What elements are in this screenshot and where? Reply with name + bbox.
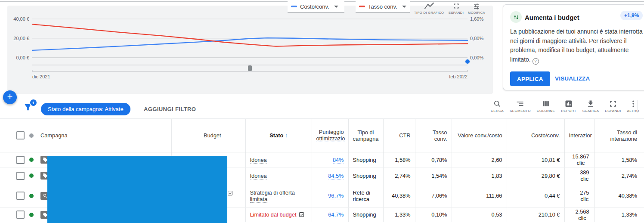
x-axis-end-label: feb 2022 (446, 74, 468, 79)
add-campaign-fab[interactable]: + (3, 90, 17, 104)
cell-interazioni: 2.568clic (564, 208, 594, 222)
cell-stato: Idonea (245, 167, 312, 184)
insight-card-title: Aumenta i budget (525, 14, 579, 21)
view-button[interactable]: VISUALIZZA (552, 75, 593, 82)
header-budget[interactable]: Budget (171, 119, 245, 152)
cell-valore: 1,83 (452, 167, 507, 184)
header-campagna[interactable]: Campagna (0, 119, 171, 152)
toolbar-label: ESPANDI (605, 109, 621, 113)
chart-modify-button[interactable]: MODIFICA (468, 3, 485, 15)
search-campaign-icon (43, 193, 48, 198)
cell-tasso-conv: 1,54% (415, 167, 452, 184)
help-icon[interactable]: ? (533, 58, 539, 65)
toolbar-label: REPORT (561, 109, 576, 113)
chart-type-button[interactable]: TIPO DI GRAFICO (414, 3, 444, 15)
active-filter-chip[interactable]: Stato della campagna: Attivate (41, 103, 130, 115)
header-tasso-conv[interactable]: Tasso conv. (415, 119, 452, 152)
table-toolbar: CERCA SEGMENTO COLONNE REPORT SCARICA ES… (488, 99, 642, 113)
cell-stato: Idonea (245, 152, 312, 167)
header-costo-conv[interactable]: Costo/conv. (507, 119, 564, 152)
cell-costo-conv: 29,80 € (507, 167, 564, 184)
status-dot-active (29, 158, 34, 162)
header-valore-conv-costo[interactable]: Valore conv./costo (452, 119, 507, 152)
expand-icon (609, 99, 617, 108)
header-stato[interactable]: Stato ↑ (245, 119, 312, 152)
y-left-tick-0: 0,00 € (6, 55, 29, 60)
optimization-score-link[interactable]: 84,5% (328, 173, 344, 180)
cell-punteggio: 64,7% (312, 208, 348, 222)
filter-count-badge: 1 (29, 99, 37, 107)
apply-button[interactable]: APPLICA (510, 71, 550, 86)
shopping-tag-icon (43, 173, 48, 178)
tasso-conv-swatch (359, 6, 365, 7)
status-dot-active (29, 213, 34, 217)
report-icon (564, 99, 573, 108)
scrubber-handle[interactable] (248, 65, 252, 71)
status-dot-header (29, 133, 34, 138)
metric-selector-label: Tasso conv. (368, 3, 397, 10)
header-tipo-campagna[interactable]: Tipo di campagna (348, 119, 383, 152)
sort-ascending-icon: ↑ (285, 133, 288, 139)
y-left-tick-20: 20,00 € (6, 36, 29, 41)
table-header-row: Campagna Budget Stato ↑ Punteggioottimiz… (0, 119, 644, 152)
google-ads-campaigns-page: 40,00 € 20,00 € 0,00 € 1,60% 0,80% 0,00%… (0, 0, 644, 223)
shopping-tag-icon (43, 212, 48, 217)
cell-tasso-interazione: 1,58% (594, 152, 644, 167)
chart-tool-label: MODIFICA (468, 11, 485, 15)
cell-tasso-conv: 7,06% (415, 184, 452, 208)
toolbar-columns-button[interactable]: COLONNE (537, 99, 555, 113)
cell-tipo: Shopping (348, 167, 383, 184)
header-ctr[interactable]: CTR (383, 119, 415, 152)
table-head: Campagna Budget Stato ↑ Punteggioottimiz… (0, 119, 644, 152)
add-filter-button[interactable]: AGGIUNGI FILTRO (144, 106, 196, 112)
tune-icon (473, 3, 480, 9)
expand-icon (452, 3, 460, 9)
header-punteggio-ottimizzazione[interactable]: Punteggioottimizzazio (312, 119, 348, 152)
cell-ctr: 2,74% (383, 167, 415, 184)
toolbar-report-button[interactable]: REPORT (561, 99, 576, 113)
row-checkbox[interactable] (16, 156, 25, 164)
bid-strategy-report-icon[interactable] (299, 212, 304, 217)
search-icon (493, 99, 502, 108)
row-checkbox[interactable] (16, 192, 25, 200)
chart-tool-label: ESPANDI (449, 11, 464, 15)
status-text: Idonea (250, 173, 267, 180)
toolbar-expand-button[interactable]: ESPANDI (605, 99, 621, 113)
cell-stato: Limitato dal budget (245, 208, 312, 222)
metric-selector-tasso-conv[interactable]: Tasso conv. (356, 1, 410, 12)
optimization-score-link[interactable]: 84% (333, 157, 344, 164)
cell-interazioni: 15.867clic (564, 152, 594, 167)
cell-tasso-conv: 0,10% (415, 208, 452, 222)
cell-costo-conv: 210,10 € (507, 208, 564, 222)
chart-tool-label: TIPO DI GRAFICO (414, 11, 444, 15)
optimization-score-link[interactable]: 96,7% (328, 192, 344, 199)
row-checkbox[interactable] (16, 172, 25, 180)
cell-interazioni: 275clic (564, 184, 594, 208)
row-checkbox[interactable] (16, 211, 25, 219)
performance-chart-panel (7, 6, 493, 94)
toolbar-label: COLONNE (537, 109, 555, 113)
redaction-overlay (47, 156, 227, 223)
cell-ctr: 40,38% (383, 184, 415, 208)
cell-costo-conv: 0,44 € (507, 184, 564, 208)
toolbar-segment-button[interactable]: SEGMENTO (510, 99, 531, 113)
cell-tipo: Rete di ricerca (348, 184, 383, 208)
optimization-score-link[interactable]: 64,7% (328, 211, 344, 218)
cell-tasso-interazione: 2,74% (594, 167, 644, 184)
bid-strategy-icon (227, 190, 233, 198)
select-all-checkbox[interactable] (16, 131, 25, 139)
more-icon (629, 99, 638, 108)
insight-uplift-badge: +1,9% (620, 11, 643, 20)
toolbar-search-button[interactable]: CERCA (491, 99, 504, 113)
chart-expand-button[interactable]: ESPANDI (449, 3, 464, 15)
cell-costo-conv: 10,81 € (507, 152, 564, 167)
metric-selector-costo-conv[interactable]: Costo/conv. (288, 1, 344, 12)
cell-tasso-interazione: 1,33% (594, 208, 644, 222)
toolbar-label: SEGMENTO (510, 109, 531, 113)
costo-conv-swatch (291, 6, 297, 7)
cell-ctr: 1,58% (383, 152, 415, 167)
header-interazioni[interactable]: Interazior (564, 119, 594, 152)
header-tasso-interazione[interactable]: Tasso di interazione (594, 119, 644, 152)
scrubber-dot[interactable] (465, 59, 470, 64)
toolbar-download-button[interactable]: SCARICA (582, 99, 599, 113)
